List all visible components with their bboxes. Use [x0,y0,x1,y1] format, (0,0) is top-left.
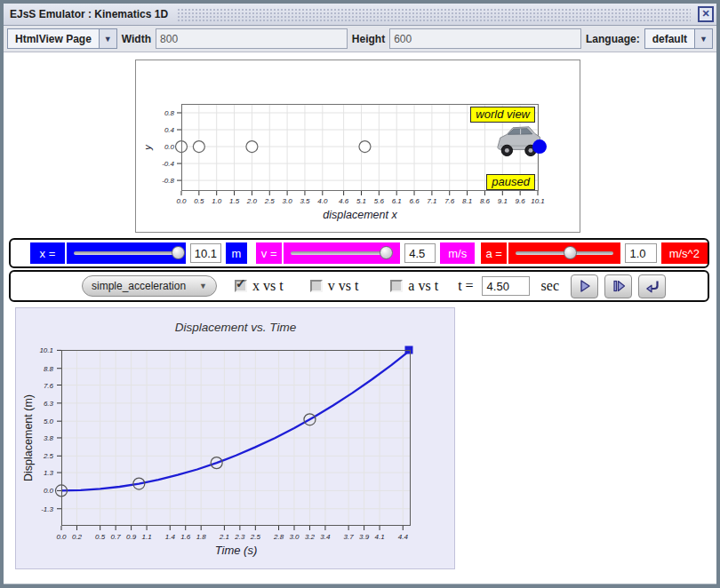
svg-text:3.9: 3.9 [359,533,370,541]
svg-text:-1.3: -1.3 [41,505,53,513]
x-slider-label: x = [30,242,65,264]
svg-text:5.0: 5.0 [44,417,54,425]
title-bar: EJsS Emulator : Kinematics 1D ✕ [4,4,716,26]
step-button[interactable] [604,274,632,298]
svg-text:0.5: 0.5 [95,533,106,541]
trail-marker [359,141,371,153]
a-slider-label: a = [481,242,507,264]
reset-button[interactable] [638,274,666,298]
time-field[interactable]: 4.50 [482,276,530,296]
svg-text:0.0: 0.0 [56,533,67,541]
svg-text:1.4: 1.4 [165,533,176,541]
svg-text:2.5: 2.5 [43,452,54,460]
paused-status-badge: paused [486,174,535,190]
app-window: EJsS Emulator : Kinematics 1D ✕ HtmlView… [0,0,720,588]
model-select[interactable]: simple_acceleration ▼ [82,275,217,297]
svg-text:2.8: 2.8 [273,533,284,541]
svg-text:10.1: 10.1 [531,197,545,205]
svg-text:0.8: 0.8 [164,109,175,117]
svg-text:6.1: 6.1 [392,197,402,205]
car-image [498,127,540,156]
x-slider-thumb[interactable] [172,246,185,259]
svg-text:0.0: 0.0 [44,487,54,495]
svg-text:2.5: 2.5 [264,197,276,205]
v-slider-thumb[interactable] [380,246,393,259]
a-slider-thumb[interactable] [564,246,577,259]
svg-text:6.6: 6.6 [409,197,420,205]
svg-text:0.4: 0.4 [164,126,175,134]
chevron-down-icon[interactable]: ▼ [99,29,116,48]
svg-text:4.6: 4.6 [339,197,349,205]
height-field[interactable]: 600 [389,28,581,49]
width-field[interactable]: 800 [156,28,348,49]
language-select[interactable]: default ▼ [644,28,713,49]
v-slider[interactable] [284,242,400,264]
svg-text:1.0: 1.0 [212,197,222,205]
svg-text:3.4: 3.4 [320,533,331,541]
model-select-value: simple_acceleration [92,280,186,292]
svg-text:-0.4: -0.4 [162,160,174,168]
world-view-plot: 0.00.51.01.52.02.53.03.54.04.65.15.66.16… [136,60,580,232]
svg-text:7.1: 7.1 [427,197,436,205]
step-icon [611,278,627,294]
svg-text:0.0: 0.0 [164,143,175,151]
window-title: EJsS Emulator : Kinematics 1D [4,8,177,20]
emulator-toolbar: HtmlView Page ▼ Width 800 Height 600 Lan… [4,26,716,52]
svg-text:Displacement (m): Displacement (m) [22,394,35,481]
svg-text:Displacement vs. Time: Displacement vs. Time [175,321,296,334]
v-value-field[interactable]: 4.5 [404,243,436,263]
x-vs-t-curve [61,350,411,491]
svg-text:0.2: 0.2 [72,533,83,541]
svg-text:2.5: 2.5 [250,533,261,541]
x-vs-t-checkbox[interactable] [235,280,247,292]
svg-text:3.0: 3.0 [289,533,300,541]
trail-marker [193,141,204,153]
page-select[interactable]: HtmlView Page ▼ [7,28,117,49]
svg-text:-0.8: -0.8 [162,177,174,185]
x-slider-track[interactable] [74,251,179,255]
titlebar-texture [177,8,691,21]
x-unit-label: m [226,242,247,264]
chart-plot-area: 0.00.20.50.70.91.11.41.61.82.12.32.52.83… [22,346,413,558]
world-view-panel: 0.00.51.01.52.02.53.03.54.04.65.15.66.16… [135,60,580,233]
close-icon[interactable]: ✕ [698,6,714,22]
svg-text:2.0: 2.0 [246,197,258,205]
svg-text:7.6: 7.6 [44,382,54,390]
svg-text:9.6: 9.6 [516,197,526,205]
play-button[interactable] [571,274,598,298]
svg-text:Time (s): Time (s) [215,544,258,557]
svg-text:3.8: 3.8 [44,434,54,442]
page-select-value: HtmlView Page [8,29,99,48]
time-unit-label: sec [541,278,559,294]
svg-text:1.6: 1.6 [180,533,191,541]
svg-text:7.6: 7.6 [444,197,455,205]
x-value-field[interactable]: 10.1 [190,243,221,263]
svg-text:0.0: 0.0 [176,197,187,205]
v-vs-t-checkbox[interactable] [310,280,323,292]
chevron-down-icon: ▼ [199,282,207,290]
svg-text:4.0: 4.0 [317,197,328,205]
svg-text:4.4: 4.4 [398,533,409,541]
displacement-chart-panel: Displacement vs. Time0.00.20.50.70.91.11… [15,307,455,569]
svg-text:5.6: 5.6 [374,197,385,205]
v-unit-label: m/s [440,242,475,264]
svg-text:3.2: 3.2 [305,533,316,541]
v-slider-track[interactable] [291,251,393,255]
a-slider[interactable] [508,242,620,264]
position-marker [532,139,547,154]
x-slider[interactable] [67,242,186,264]
svg-text:0.7: 0.7 [111,533,122,541]
width-label: Width [122,33,151,45]
svg-text:2.3: 2.3 [234,533,245,541]
time-label: t = [458,278,473,294]
language-select-value: default [645,29,694,48]
chevron-down-icon[interactable]: ▼ [694,29,712,48]
a-vs-t-checkbox[interactable] [390,280,403,292]
a-vs-t-label: a vs t [408,278,438,294]
v-slider-label: v = [256,242,282,264]
svg-text:1.5: 1.5 [229,197,240,205]
svg-text:1.3: 1.3 [44,469,54,477]
svg-text:0.9: 0.9 [126,533,137,541]
a-value-field[interactable]: 1.0 [625,243,656,263]
world-view-tag: world view [470,107,535,123]
